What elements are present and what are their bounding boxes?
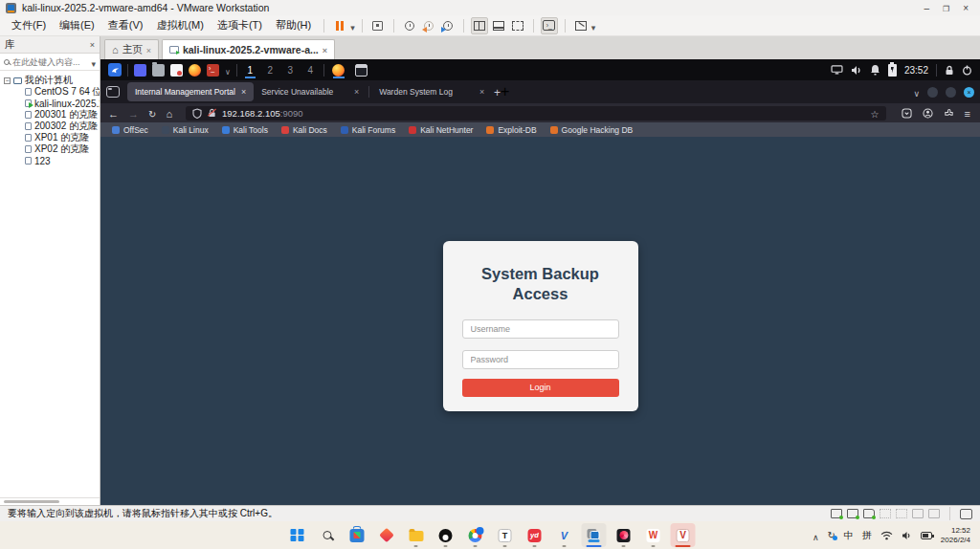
guest-maximize-button[interactable]: [946, 87, 956, 98]
taskbar-firefox-window[interactable]: [330, 61, 347, 78]
usb-device-icon[interactable]: [912, 509, 924, 518]
minimize-button[interactable]: [924, 3, 929, 13]
battery-tray-icon[interactable]: [921, 532, 932, 539]
url-bar[interactable]: 192.168.2.105:9090: [186, 106, 886, 121]
bookmark-star-icon[interactable]: [871, 104, 880, 121]
youdao-icon[interactable]: yd: [523, 523, 547, 547]
sound-device-icon[interactable]: [863, 509, 875, 518]
tab-close-icon[interactable]: [354, 87, 359, 97]
stretch-dropdown-icon[interactable]: [591, 17, 596, 34]
network-adapter-icon[interactable]: [880, 509, 891, 518]
tree-item-123[interactable]: 123: [4, 155, 100, 166]
bookmark-offsec[interactable]: OffSec: [112, 125, 148, 135]
tree-item-200301[interactable]: 200301 的克隆: [4, 109, 100, 121]
show-library-toggle[interactable]: [471, 17, 488, 34]
harddisk-device-icon[interactable]: [831, 509, 842, 518]
username-input[interactable]: [462, 319, 619, 339]
console-view-button[interactable]: [490, 17, 507, 34]
menu-edit[interactable]: 编辑(E): [54, 16, 100, 34]
v-app-icon[interactable]: V: [552, 523, 577, 547]
list-all-tabs-icon[interactable]: [913, 83, 920, 100]
browser-tab-portal[interactable]: Internal Management Portal: [127, 82, 254, 101]
workspace-1[interactable]: 1: [243, 62, 257, 77]
chrome-icon[interactable]: [463, 523, 488, 547]
suspend-dropdown-icon[interactable]: [350, 17, 355, 34]
display-icon[interactable]: [831, 65, 843, 75]
password-input[interactable]: [462, 350, 619, 369]
menu-view[interactable]: 查看(V): [102, 16, 149, 34]
library-hscrollbar[interactable]: [0, 497, 100, 505]
bookmark-google-hacking-db[interactable]: Google Hacking DB: [550, 125, 634, 135]
browser-home-button[interactable]: [166, 104, 172, 121]
tab-home[interactable]: 主页: [104, 39, 159, 59]
reload-button[interactable]: [148, 104, 156, 121]
take-snapshot-button[interactable]: [401, 17, 418, 34]
unity-mode-button[interactable]: [541, 17, 558, 34]
workspace-4[interactable]: 4: [303, 62, 318, 77]
stretch-guest-button[interactable]: [572, 17, 590, 34]
tree-item-kali[interactable]: kali-linux-2025.2: [4, 98, 100, 109]
taskbar-terminal-window[interactable]: [353, 61, 370, 78]
qq-icon[interactable]: [434, 523, 458, 547]
tab-close-icon[interactable]: [241, 87, 246, 97]
bookmark-kali-linux[interactable]: Kali Linux: [162, 125, 209, 135]
app-menu-icon[interactable]: [965, 104, 970, 121]
workspace-2[interactable]: 2: [263, 62, 278, 77]
fullscreen-button[interactable]: [509, 17, 526, 34]
bookmark-kali-forums[interactable]: Kali Forums: [341, 125, 395, 135]
sync-status-icon[interactable]: [827, 530, 835, 540]
kali-menu-icon[interactable]: [108, 63, 122, 77]
send-ctrl-alt-del-button[interactable]: [369, 17, 387, 34]
terminal-launcher-icon[interactable]: [207, 64, 219, 77]
pocket-icon[interactable]: [902, 108, 912, 119]
menu-tabs[interactable]: 选项卡(T): [212, 16, 268, 34]
ime-language-indicator[interactable]: 中: [844, 529, 854, 542]
tab-close-icon[interactable]: [323, 44, 327, 55]
tree-item-200302[interactable]: 200302 的克隆: [4, 121, 100, 132]
insecure-lock-icon[interactable]: [208, 108, 216, 118]
ime-pinyin-indicator[interactable]: 拼: [862, 529, 872, 542]
browser-tab-warden-log[interactable]: Warden System Log: [371, 82, 492, 101]
potplayer-icon[interactable]: [612, 523, 636, 547]
new-tab-button[interactable]: +: [492, 82, 511, 101]
tree-item-xp01[interactable]: XP01 的克隆: [4, 132, 100, 143]
show-desktop-icon[interactable]: [134, 64, 146, 77]
extensions-icon[interactable]: [944, 108, 954, 119]
bookmark-kali-docs[interactable]: Kali Docs: [281, 125, 327, 135]
tab-close-icon[interactable]: [146, 44, 151, 55]
forward-button[interactable]: [128, 104, 139, 121]
vmware-taskbar-icon[interactable]: [582, 523, 607, 547]
firefox-launcher-icon[interactable]: [189, 64, 201, 77]
revert-snapshot-button[interactable]: [420, 17, 437, 34]
login-button[interactable]: Login: [462, 379, 619, 397]
menu-help[interactable]: 帮助(H): [270, 16, 317, 34]
search-dropdown-icon[interactable]: [91, 54, 96, 71]
battery-icon[interactable]: [888, 64, 897, 77]
guest-close-button[interactable]: [964, 87, 974, 98]
library-search-input[interactable]: [12, 57, 88, 67]
tray-overflow-icon[interactable]: [813, 527, 819, 544]
file-manager-icon[interactable]: [152, 64, 165, 77]
wps-icon[interactable]: W: [641, 523, 666, 547]
suspend-vm-button[interactable]: [331, 17, 348, 34]
bookmark-exploit-db[interactable]: Exploit-DB: [486, 125, 536, 135]
snapshot-manager-button[interactable]: [439, 17, 457, 34]
lock-screen-icon[interactable]: [945, 65, 954, 76]
diamond-app-icon[interactable]: [374, 523, 399, 547]
speaker-icon[interactable]: [902, 531, 912, 540]
bookmark-kali-tools[interactable]: Kali Tools: [222, 125, 268, 135]
launcher-expand-icon[interactable]: [225, 61, 231, 78]
menu-file[interactable]: 文件(F): [6, 16, 52, 34]
file-explorer-icon[interactable]: [404, 523, 429, 547]
printer-device-icon[interactable]: [928, 509, 940, 518]
search-button[interactable]: [315, 523, 340, 547]
tab-kali-vm[interactable]: kali-linux-2025.2-vmware-a...: [162, 39, 335, 59]
tree-expander-icon[interactable]: [4, 77, 11, 84]
typora-icon[interactable]: T: [493, 523, 518, 547]
microsoft-store-icon[interactable]: [345, 523, 369, 547]
account-icon[interactable]: [923, 108, 933, 119]
cdrom-device-icon[interactable]: [847, 509, 858, 518]
close-button[interactable]: [963, 3, 969, 13]
vmware-active-window-icon[interactable]: V: [671, 523, 696, 547]
restore-button[interactable]: [943, 3, 949, 13]
